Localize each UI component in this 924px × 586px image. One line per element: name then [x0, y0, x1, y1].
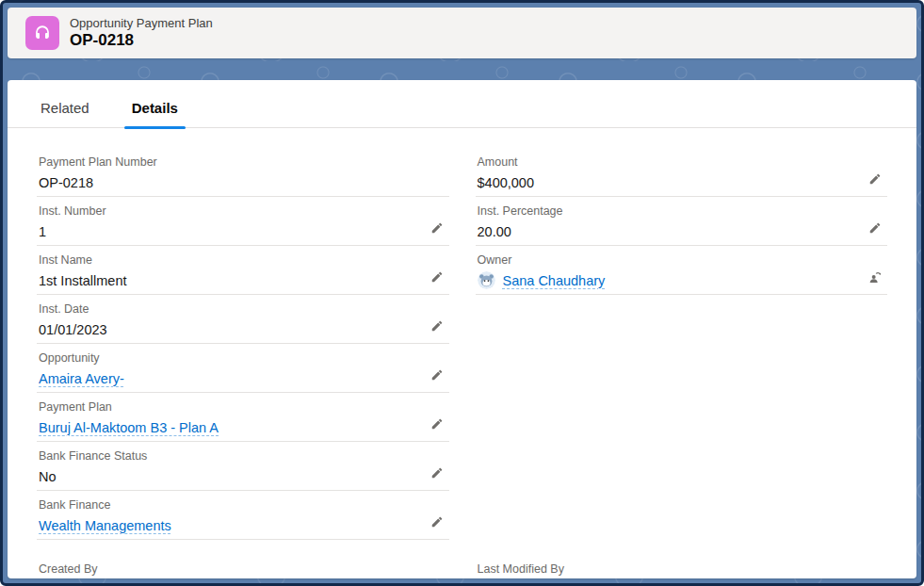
field-opportunity: Opportunity Amaira Avery- — [37, 344, 449, 393]
field-label: Inst. Date — [39, 301, 447, 317]
field-label: Bank Finance — [39, 497, 447, 513]
field-last-modified-by: Last Modified By Sana Chaudhary , 10/09/… — [476, 556, 888, 578]
user-avatar — [478, 271, 495, 289]
page-title: OP-0218 — [70, 31, 213, 50]
field-amount: Amount $400,000 — [476, 148, 888, 197]
tab-details[interactable]: Details — [128, 88, 182, 127]
field-bank-finance: Bank Finance Wealth Managements — [37, 491, 449, 540]
field-value: No — [39, 469, 57, 484]
field-label: Last Modified By — [478, 562, 886, 577]
field-column-left: Payment Plan Number OP-0218 Inst. Number… — [37, 148, 449, 540]
field-label: Inst Name — [39, 252, 447, 268]
field-value: 20.00 — [478, 224, 511, 239]
opportunity-link[interactable]: Amaira Avery- — [39, 371, 124, 386]
field-label: Inst. Number — [39, 203, 447, 219]
tab-related[interactable]: Related — [37, 88, 93, 127]
record-header: Opportunity Payment Plan OP-0218 — [8, 8, 916, 58]
field-label: Amount — [478, 155, 886, 170]
edit-inst-name-button[interactable] — [429, 269, 446, 285]
owner-link[interactable]: Sana Chaudhary — [503, 273, 606, 288]
field-value: OP-0218 — [39, 175, 93, 190]
field-column-right: Amount $400,000 Inst. Percentage 20.00 O… — [476, 148, 888, 540]
field-inst-number: Inst. Number 1 — [37, 197, 449, 246]
edit-inst-number-button[interactable] — [429, 220, 446, 236]
field-bank-finance-status: Bank Finance Status No — [37, 442, 449, 491]
tab-bar: Related Details — [8, 88, 916, 128]
field-owner: Owner Sana Chaudhary — [476, 246, 888, 295]
field-payment-plan-number: Payment Plan Number OP-0218 — [37, 148, 449, 197]
entity-label: Opportunity Payment Plan — [70, 16, 213, 31]
edit-bank-finance-status-button[interactable] — [429, 464, 446, 481]
edit-opportunity-button[interactable] — [429, 366, 446, 383]
field-payment-plan: Payment Plan Buruj Al-Maktoom B3 - Plan … — [37, 393, 449, 442]
field-inst-date: Inst. Date 01/01/2023 — [37, 295, 449, 344]
field-label: Payment Plan Number — [39, 155, 447, 170]
field-label: Opportunity — [39, 350, 447, 366]
field-label: Inst. Percentage — [478, 203, 886, 219]
edit-bank-finance-button[interactable] — [429, 513, 446, 530]
field-inst-name: Inst Name 1st Installment — [37, 246, 449, 295]
app-window: Opportunity Payment Plan OP-0218 Related… — [0, 0, 924, 586]
field-value: $400,000 — [478, 175, 534, 190]
field-value: 1 — [39, 224, 46, 239]
edit-inst-percentage-button[interactable] — [867, 220, 883, 236]
bank-finance-link[interactable]: Wealth Managements — [39, 518, 171, 533]
system-info-row: Created By Sana Chaudhary , 10/09/2024, … — [8, 556, 916, 578]
edit-amount-button[interactable] — [867, 171, 883, 187]
field-inst-percentage: Inst. Percentage 20.00 — [476, 197, 888, 246]
headset-icon — [25, 16, 59, 50]
field-label: Created By — [39, 562, 447, 577]
field-grid: Payment Plan Number OP-0218 Inst. Number… — [8, 128, 916, 540]
field-label: Owner — [478, 252, 886, 268]
edit-inst-date-button[interactable] — [429, 317, 446, 334]
field-value: 01/01/2023 — [39, 322, 107, 337]
edit-payment-plan-button[interactable] — [429, 415, 446, 432]
field-created-by: Created By Sana Chaudhary , 10/09/2024, … — [37, 556, 449, 578]
field-label: Bank Finance Status — [39, 448, 447, 464]
field-value: 1st Installment — [39, 273, 127, 288]
change-owner-button[interactable] — [867, 269, 883, 285]
field-label: Payment Plan — [39, 399, 447, 415]
payment-plan-link[interactable]: Buruj Al-Maktoom B3 - Plan A — [39, 420, 219, 435]
record-detail-card: Related Details Payment Plan Number OP-0… — [8, 80, 916, 578]
